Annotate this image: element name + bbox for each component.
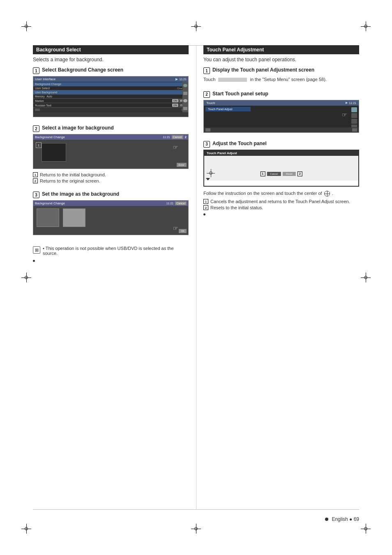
right-step-num-2: 2	[203, 91, 210, 98]
bg-thumb-3a	[37, 208, 59, 227]
tp-bottom-bar	[204, 127, 359, 132]
left-step-3-header: 3 Set the image as the background	[33, 191, 189, 198]
step-num-1: 1	[33, 67, 39, 74]
step2-notes: 1 Returns to the initial background. 2 R…	[33, 172, 189, 183]
left-section-desc: Selects a image for background.	[33, 57, 189, 62]
tp-bottom-right	[352, 128, 357, 132]
left-step-3: 3 Set the image as the background Backgr…	[33, 191, 189, 238]
src-icon-3	[351, 119, 357, 124]
bg-indicator-1: 1	[36, 142, 42, 148]
page-number: English ● 69	[332, 516, 359, 522]
adjust-instructions: Follow the instruction on the screen and…	[203, 190, 359, 197]
side-icon-2	[183, 92, 187, 95]
touch-cursor-3: ☞	[173, 225, 178, 231]
left-step-1-header: 1 Select Background Change screen	[33, 67, 189, 74]
right-step-3-label: Adjust the Touch panel	[212, 141, 267, 147]
touch-cursor-tp: ☞	[342, 111, 347, 118]
mock-screen-touch-setup: Touch ▶ 11:21 Touch Panel Adjust ☞	[203, 100, 359, 133]
adj-circle	[209, 171, 212, 175]
step2-note-text-1: Returns to the initial background.	[40, 172, 106, 177]
bg-cancel-3: Cancel	[175, 201, 187, 205]
src-icon-1	[351, 107, 357, 112]
left-column: Background Select Selects a image for ba…	[33, 45, 189, 510]
adjust-bar-row: 1 Cancel Reset 2	[260, 171, 302, 176]
right-bullet-dots	[203, 213, 359, 215]
adj-sq-2: 2	[297, 171, 302, 176]
note-text: • This operation is not possible when US…	[43, 246, 189, 256]
mock-bottom-left	[35, 109, 40, 111]
touch-button-placeholder	[218, 78, 247, 82]
bg-content-2: 1 ☞ Enter	[33, 140, 188, 169]
bg-close-2: 2	[185, 135, 187, 139]
tp-bottom-left	[205, 128, 210, 132]
right-step-1-body: Touch in the "Setup Menu" screen (page 5…	[203, 76, 359, 83]
right-step-2-header: 2 Start Touch panel setup	[203, 90, 359, 98]
left-step-1-label: Select Background Change screen	[42, 67, 123, 74]
mock-title-bar-1: User Interface ▶ 11:21	[33, 76, 188, 82]
step-num-3: 3	[33, 192, 39, 198]
mock-row-user-bg: User Background	[33, 90, 188, 95]
bg-title-right-3: 11:21 Cancel	[166, 201, 187, 205]
right-step-1-header: 1 Display the Touch panel Adjustment scr…	[203, 67, 359, 74]
mock-ui-title: User Interface	[35, 77, 55, 81]
mock-top-icons: ▶ 11:21	[175, 77, 187, 81]
bg-title-2: Background Change 11:21 Cancel 2	[33, 134, 188, 140]
step2-note-1: 1 Returns to the initial background.	[33, 172, 189, 177]
left-note-section: ⊞ • This operation is not possible when …	[33, 246, 189, 256]
mock-bottom-bar-1	[33, 108, 188, 112]
touch-cursor-1: ☞	[178, 97, 183, 104]
note-icon: ⊞	[33, 246, 40, 254]
bg-cancel-2: Cancel	[172, 135, 183, 139]
right-step-1-suffix: in the "Setup Menu" screen (page 58).	[250, 77, 326, 82]
right-step-1-label: Display the Touch panel Adjustment scree…	[212, 67, 314, 74]
reg-mark-mr	[361, 273, 371, 282]
step-num-2: 2	[33, 125, 39, 132]
left-step-1: 1 Select Background Change screen User I…	[33, 67, 189, 120]
mock-screen-user-interface: User Interface ▶ 11:21 Background Change…	[33, 76, 189, 117]
adjust-note-1: 1 Cancels the adjustment and returns to …	[203, 199, 359, 204]
reg-mark-tc	[191, 21, 201, 31]
right-step-num-1: 1	[203, 67, 210, 74]
adj-sq-1: 1	[260, 171, 265, 176]
mock-row-label-1: Background Change	[35, 83, 187, 86]
bg-title-text-2: Background Change	[35, 135, 65, 139]
bg-ok-btn-3: OK	[179, 229, 187, 233]
tp-body: Touch Panel Adjust ☞	[204, 106, 359, 128]
mock-timestamp-1: 11:21	[179, 78, 187, 81]
adjust-body: 1 Cancel Reset 2	[204, 156, 358, 180]
adj-note-text-2: Resets to the initial status.	[210, 205, 263, 210]
ch-h	[325, 194, 330, 194]
source-icons	[351, 107, 357, 130]
bg-title-right: 11:21 Cancel 2	[163, 135, 187, 139]
side-icon-1	[183, 84, 187, 87]
mock-row-memory: Memory Auto	[33, 95, 188, 99]
tp-signal: ▶	[346, 101, 348, 104]
bg-enter-btn-2: Enter	[177, 163, 187, 167]
reg-mark-bl	[21, 524, 31, 534]
bg-thumbnail	[42, 143, 66, 162]
bg-thumb-3b	[63, 208, 85, 227]
adj-reset-btn[interactable]: Reset	[283, 172, 296, 176]
main-content: Background Select Selects a image for ba…	[33, 45, 359, 510]
right-step-num-3: 3	[203, 141, 210, 148]
left-step-3-label: Set the image as the background	[42, 191, 119, 198]
signal-icon: ▶	[175, 77, 178, 81]
right-bullet-1	[203, 213, 205, 215]
adj-cancel-btn[interactable]: Cancel	[267, 172, 281, 176]
bg-title-3: Background Change 11:21 Cancel	[33, 201, 188, 206]
adj-note-sq-2: 2	[203, 205, 208, 210]
right-step-3: 3 Adjust the Touch panel Touch Panel Adj…	[203, 140, 359, 216]
adjust-note-2: 2 Resets to the initial status.	[203, 205, 359, 210]
note-bullet: •	[43, 246, 46, 251]
right-step-2: 2 Start Touch panel setup Touch ▶ 11:21 …	[203, 90, 359, 136]
reg-mark-bc	[191, 524, 201, 534]
step2-note-text-2: Returns to the original screen.	[40, 178, 100, 183]
adjust-screen-title: Touch Panel Adjust	[204, 150, 358, 156]
bg-ts-3: 11:21	[166, 202, 174, 205]
right-step-1-touch-word: Touch	[203, 77, 215, 82]
crosshair-symbol	[324, 191, 330, 197]
left-step-2-label: Select a image for background	[42, 125, 114, 132]
right-column: Touch Panel Adjustment You can adjust th…	[197, 45, 359, 510]
tp-title-right: ▶ 11:21	[346, 101, 356, 105]
right-section-desc: You can adjust the touch panel operation…	[203, 57, 359, 62]
